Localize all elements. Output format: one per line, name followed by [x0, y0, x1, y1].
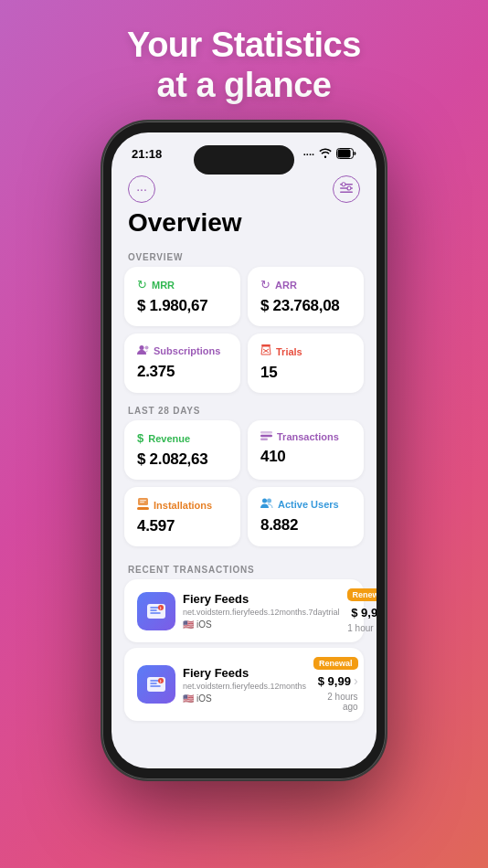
dynamic-island	[194, 145, 294, 175]
subscriptions-card: Subscriptions 2.375	[124, 333, 240, 393]
transactions-header: Transactions	[260, 431, 351, 442]
svg-rect-18	[137, 507, 149, 510]
transactions-icon	[260, 431, 272, 442]
arr-label: ARR	[275, 280, 297, 291]
svg-rect-16	[140, 500, 146, 501]
svg-rect-4	[340, 191, 353, 193]
app-icon-fiery-feeds-2	[137, 665, 175, 704]
revenue-header: $ Revenue	[137, 431, 228, 445]
installations-header: Installations	[137, 498, 228, 512]
transaction-name-1: Fiery Feeds	[183, 592, 340, 606]
mrr-icon: ↻	[137, 278, 147, 291]
transaction-name-2: Fiery Feeds	[183, 666, 306, 680]
installations-icon	[137, 498, 149, 512]
phone-screen: 21:18 ····	[111, 132, 377, 768]
active-users-value: 8.882	[260, 516, 351, 535]
overview-section-label: OVERVIEW	[111, 245, 377, 267]
trials-card: Trials 15	[248, 333, 364, 393]
revenue-icon: $	[137, 431, 143, 445]
transaction-right-1: Renewal $ 9,99 › 1 hour ago	[347, 588, 377, 633]
mrr-header: ↻ MRR	[137, 278, 228, 291]
svg-point-6	[347, 186, 351, 190]
transaction-item[interactable]: Fiery Feeds net.voidstern.fieryfeeds.12m…	[124, 648, 364, 721]
transaction-right-2: Renewal $ 9,99 › 2 hours ago	[313, 657, 358, 712]
overview-cards: ↻ MRR $ 1.980,67 ↻ ARR $ 23.768,08	[111, 267, 377, 398]
page-title: Overview	[111, 206, 377, 245]
transaction-amount-1: $ 9,99	[351, 606, 377, 619]
arr-card: ↻ ARR $ 23.768,08	[248, 267, 364, 326]
transaction-platform-2: 🇺🇸 iOS	[183, 693, 306, 704]
svg-rect-1	[338, 149, 351, 157]
active-users-card: Active Users 8.882	[248, 487, 364, 546]
svg-rect-17	[140, 502, 144, 503]
svg-rect-14	[260, 439, 268, 441]
arr-header: ↻ ARR	[260, 278, 351, 291]
revenue-value: $ 2.082,63	[137, 450, 228, 469]
arr-value: $ 23.768,08	[260, 297, 351, 315]
mrr-card: ↻ MRR $ 1.980,67	[124, 267, 240, 326]
last28-cards: $ Revenue $ 2.082,63 Transactions 410	[111, 420, 377, 552]
app-icon-fiery-feeds-1	[137, 592, 175, 630]
recent-transactions-section: RECENT TRANSACTIONS Fiery Feeds net.vo	[111, 552, 377, 721]
trials-icon	[260, 344, 271, 358]
signal-icon: ····	[303, 149, 314, 160]
app-content: ··· Overview OVERVIEW	[111, 161, 377, 751]
installations-value: 4.597	[137, 517, 228, 535]
ios-flag-icon-2: 🇺🇸	[183, 693, 194, 704]
svg-point-8	[145, 346, 149, 350]
active-users-label: Active Users	[278, 499, 339, 510]
transaction-info-2: Fiery Feeds net.voidstern.fieryfeeds.12m…	[183, 666, 306, 704]
active-users-header: Active Users	[260, 498, 351, 511]
svg-point-19	[262, 499, 267, 503]
status-time: 21:18	[132, 147, 162, 161]
battery-icon	[336, 148, 356, 161]
phone-mockup: 21:18 ····	[102, 122, 386, 779]
transaction-amount-2: $ 9,99	[318, 674, 351, 688]
hero-title: Your Statistics at a glance	[109, 0, 379, 122]
svg-rect-13	[260, 435, 272, 438]
svg-point-7	[140, 345, 144, 350]
transactions-card: Transactions 410	[248, 420, 364, 480]
last28-section-label: LAST 28 DAYS	[111, 398, 377, 420]
ios-flag-icon-1: 🇺🇸	[183, 619, 194, 630]
subscriptions-header: Subscriptions	[137, 344, 228, 357]
subscriptions-label: Subscriptions	[154, 345, 220, 356]
transaction-time-2: 2 hours ago	[313, 692, 358, 712]
transaction-time-1: 1 hour ago	[347, 623, 377, 633]
active-users-icon	[260, 498, 273, 511]
transaction-bundle-1: net.voidstern.fieryfeeds.12months.7daytr…	[183, 608, 340, 617]
filter-button[interactable]	[333, 175, 360, 203]
svg-point-20	[267, 499, 271, 503]
renewal-badge-1: Renewal	[347, 588, 377, 601]
trials-value: 15	[260, 364, 351, 382]
filter-icon	[340, 182, 353, 197]
svg-rect-12	[260, 431, 272, 434]
subscriptions-value: 2.375	[137, 363, 228, 381]
installations-label: Installations	[154, 500, 212, 511]
installations-card: Installations 4.597	[124, 487, 240, 546]
trials-header: Trials	[260, 344, 351, 358]
transaction-platform-1: 🇺🇸 iOS	[183, 619, 340, 630]
transaction-info-1: Fiery Feeds net.voidstern.fieryfeeds.12m…	[183, 592, 340, 630]
transactions-value: 410	[260, 448, 351, 466]
subscriptions-icon	[137, 344, 149, 357]
svg-point-5	[342, 183, 345, 186]
recent-section-label: RECENT TRANSACTIONS	[111, 557, 377, 579]
chevron-right-icon-2: ›	[354, 673, 358, 688]
trials-label: Trials	[276, 346, 302, 357]
mrr-label: MRR	[152, 280, 175, 291]
menu-button[interactable]: ···	[128, 175, 155, 203]
status-icons: ····	[303, 148, 356, 161]
revenue-card: $ Revenue $ 2.082,63	[124, 420, 240, 480]
transaction-bundle-2: net.voidstern.fieryfeeds.12months	[183, 682, 306, 691]
wifi-icon	[319, 148, 332, 160]
transactions-label: Transactions	[277, 431, 339, 442]
transaction-item[interactable]: Fiery Feeds net.voidstern.fieryfeeds.12m…	[124, 579, 364, 642]
revenue-label: Revenue	[148, 433, 190, 444]
arr-icon: ↻	[260, 278, 271, 291]
mrr-value: $ 1.980,67	[137, 297, 228, 315]
renewal-badge-2: Renewal	[313, 657, 358, 670]
